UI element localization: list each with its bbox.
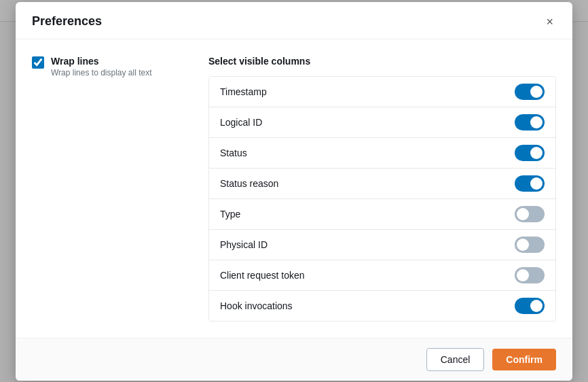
column-toggle-physical-id[interactable]: [515, 237, 545, 253]
column-label: Physical ID: [220, 239, 268, 250]
column-row: Status: [209, 138, 555, 169]
preferences-dialog: Preferences × Wrap lines Wrap lines to d…: [16, 2, 572, 381]
wrap-lines-checkbox[interactable]: [32, 56, 44, 69]
column-row: Status reason: [209, 169, 555, 199]
columns-list: TimestampLogical IDStatusStatus reasonTy…: [208, 76, 556, 322]
column-label: Timestamp: [220, 86, 267, 97]
wrap-lines-label: Wrap lines: [51, 56, 152, 67]
wrap-lines-checkbox-label[interactable]: [32, 56, 44, 69]
wrap-lines-row: Wrap lines Wrap lines to display all tex…: [32, 56, 181, 77]
toggle-slider-icon: [515, 84, 545, 100]
column-label: Hook invocations: [220, 300, 293, 311]
dialog-footer: Cancel Confirm: [16, 338, 572, 381]
toggle-slider-icon: [515, 175, 545, 192]
column-toggle-type[interactable]: [515, 206, 545, 222]
dialog-title: Preferences: [32, 14, 102, 29]
confirm-button[interactable]: Confirm: [492, 349, 556, 370]
column-toggle-hook-invocations[interactable]: [515, 298, 545, 314]
wrap-lines-text: Wrap lines Wrap lines to display all tex…: [51, 56, 152, 77]
column-label: Client request token: [220, 270, 305, 281]
toggle-slider-icon: [515, 145, 545, 161]
column-label: Logical ID: [220, 117, 262, 128]
column-label: Status reason: [220, 178, 278, 189]
column-row: Physical ID: [209, 230, 555, 260]
column-toggle-logical-id[interactable]: [515, 114, 545, 131]
column-toggle-client-request-token[interactable]: [515, 267, 545, 283]
right-panel: Select visible columns TimestampLogical …: [208, 56, 556, 322]
modal-overlay: Preferences × Wrap lines Wrap lines to d…: [0, 0, 588, 382]
column-label: Status: [220, 147, 247, 158]
column-row: Type: [209, 199, 555, 230]
wrap-lines-desc: Wrap lines to display all text: [51, 68, 152, 77]
dialog-body: Wrap lines Wrap lines to display all tex…: [16, 39, 572, 338]
column-row: Hook invocations: [209, 291, 555, 321]
toggle-slider-icon: [515, 298, 545, 314]
toggle-slider-icon: [515, 114, 545, 131]
column-label: Type: [220, 209, 240, 220]
toggle-slider-icon: [515, 237, 545, 253]
columns-section-title: Select visible columns: [208, 56, 556, 67]
toggle-slider-icon: [515, 267, 545, 283]
column-toggle-timestamp[interactable]: [515, 84, 545, 100]
close-button[interactable]: ×: [543, 14, 556, 29]
left-panel: Wrap lines Wrap lines to display all tex…: [32, 56, 181, 322]
column-row: Logical ID: [209, 107, 555, 138]
dialog-header: Preferences ×: [16, 2, 572, 39]
toggle-slider-icon: [515, 206, 545, 222]
column-toggle-status-reason[interactable]: [515, 175, 545, 192]
column-row: Timestamp: [209, 77, 555, 107]
column-row: Client request token: [209, 260, 555, 291]
cancel-button[interactable]: Cancel: [426, 348, 485, 371]
column-toggle-status[interactable]: [515, 145, 545, 161]
